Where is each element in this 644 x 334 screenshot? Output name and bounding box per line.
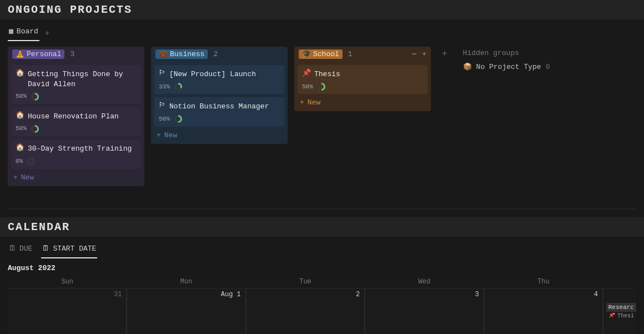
day-cell-3[interactable]: 3 [365,288,484,334]
card-title: House Renovation Plan [28,112,119,122]
card-title: Notion Business Manager [169,102,269,112]
hidden-group-label: No Project Type [476,63,541,71]
card-personal-0[interactable]: 🏠 Getting Things Done by David Allen 50% [11,65,141,104]
day-head-wed: Wed [365,276,484,288]
column-school-new[interactable]: + New [300,98,425,107]
card-personal-1[interactable]: 🏠 House Renovation Plan 50% [11,107,141,136]
progress-pct: 33% [159,83,170,91]
calendar-view-tabs: 🗓 DUE 🗓 START DATE [0,237,644,258]
card-business-1[interactable]: 🏳 Notion Business Manager 50% [154,97,284,126]
column-school-tag: 🎓 School [299,49,343,59]
card-title: Thesis [314,69,340,79]
progress-ring-icon [31,93,39,101]
day-number: 4 [594,291,598,298]
add-view-button[interactable]: + [45,29,49,37]
card-personal-2[interactable]: 🏠 30-Day Strength Training 0% [11,139,141,168]
personal-emoji-icon: 🧘 [16,51,24,58]
add-column-button[interactable]: + [437,47,452,61]
card-business-0[interactable]: 🏳 [New Product] Launch 33% [154,65,284,94]
column-personal-tag: 🧘 Personal [12,49,64,59]
progress-ring-icon [174,115,182,123]
projects-view-tabs: ▦ Board + [0,19,644,41]
progress-pct: 50% [16,92,27,101]
new-label: New [308,98,320,107]
day-head-thu: Thu [484,276,603,288]
new-label: New [21,173,34,182]
day-cell-aug-1[interactable]: Aug 1 [127,288,245,334]
tab-board-label: Board [17,27,38,36]
projects-header: ONGOING PROJECTS [0,0,644,19]
calendar-body: 31 Aug 1 2 3 4 Researc 📌 Thesi [8,288,636,334]
calendar-event[interactable]: Researc [606,303,636,312]
card-school-0[interactable]: 📌 Thesis 50% [298,65,427,94]
column-school-label: School [313,50,339,58]
flag-icon: 🏳 [159,69,166,77]
tab-due[interactable]: 🗓 DUE [8,242,33,258]
column-personal: 🧘 Personal 3 🏠 Getting Things Done by Da… [8,47,144,186]
day-head-sun: Sun [8,276,127,288]
day-head-tue: Tue [246,276,365,288]
hidden-groups-title: Hidden groups [463,49,550,57]
calendar-month: August 2022 [0,258,644,276]
tab-board[interactable]: ▦ Board [8,25,39,41]
progress-ring-icon [174,83,182,91]
home-icon: 🏠 [16,144,24,151]
day-cell-31[interactable]: 31 [8,288,127,334]
plus-icon: + [13,174,18,181]
pin-icon: 📌 [302,69,311,77]
calendar-title: CALENDAR [8,221,70,233]
tab-due-label: DUE [19,245,32,253]
event-sub-label: Thesi [617,313,634,319]
card-title: 30-Day Strength Training [28,144,132,154]
column-school: 🎓 School 1 ⋯ + 📌 Thesis 50% + New [294,47,431,111]
school-emoji-icon: 🎓 [302,51,311,58]
column-business-new[interactable]: + New [157,131,282,139]
hidden-group-count: 0 [546,63,550,71]
plus-icon: + [157,132,161,139]
column-business-label: Business [170,50,204,58]
progress-pct: 50% [159,115,170,123]
more-icon[interactable]: ⋯ [412,51,416,58]
column-personal-new[interactable]: + New [13,173,139,182]
progress-pct: 50% [302,83,313,91]
board: 🧘 Personal 3 🏠 Getting Things Done by Da… [0,41,644,197]
day-number: 2 [356,291,360,298]
card-title: [New Product] Launch [169,69,256,79]
calendar-icon: 🗓 [42,245,49,252]
tab-start-label: START DATE [53,245,96,253]
progress-pct: 0% [16,157,23,166]
progress-ring-icon [318,83,325,91]
column-business-count: 2 [213,50,218,58]
day-number: Aug 1 [221,291,241,298]
home-icon: 🏠 [16,69,24,77]
tab-start-date[interactable]: 🗓 START DATE [41,242,97,258]
flag-icon: 🏳 [159,102,166,109]
section-divider [8,208,636,210]
day-number: 31 [114,291,122,298]
plus-icon[interactable]: + [422,51,426,58]
home-icon: 🏠 [16,112,24,119]
new-label: New [164,131,177,139]
projects-title: ONGOING PROJECTS [8,3,132,16]
calendar-header: CALENDAR [0,217,644,237]
board-icon: ▦ [9,28,13,35]
day-cell-4[interactable]: 4 [484,288,603,334]
day-head-mon: Mon [127,276,245,288]
column-business: 💼 Business 2 🏳 [New Product] Launch 33% … [151,47,288,144]
column-school-header[interactable]: 🎓 School 1 ⋯ + [294,47,431,62]
progress-ring-icon [31,125,39,133]
column-business-header[interactable]: 💼 Business 2 [151,47,288,62]
column-personal-label: Personal [27,50,61,58]
column-personal-header[interactable]: 🧘 Personal 3 [8,47,144,62]
card-title: Getting Things Done by David Allen [28,69,137,89]
business-emoji-icon: 💼 [159,51,168,58]
calendar-event-sub: 📌 Thesi [606,313,636,319]
hidden-group-no-type[interactable]: 📦 No Project Type 0 [463,63,550,71]
progress-pct: 50% [16,124,27,133]
calendar-icon: 🗓 [9,245,16,252]
plus-icon: + [300,99,304,106]
day-cell-2[interactable]: 2 [246,288,365,334]
day-head-overflow [603,276,636,288]
hidden-groups: Hidden groups 📦 No Project Type 0 [459,47,550,71]
day-cell-overflow[interactable]: Researc 📌 Thesi [603,288,636,334]
